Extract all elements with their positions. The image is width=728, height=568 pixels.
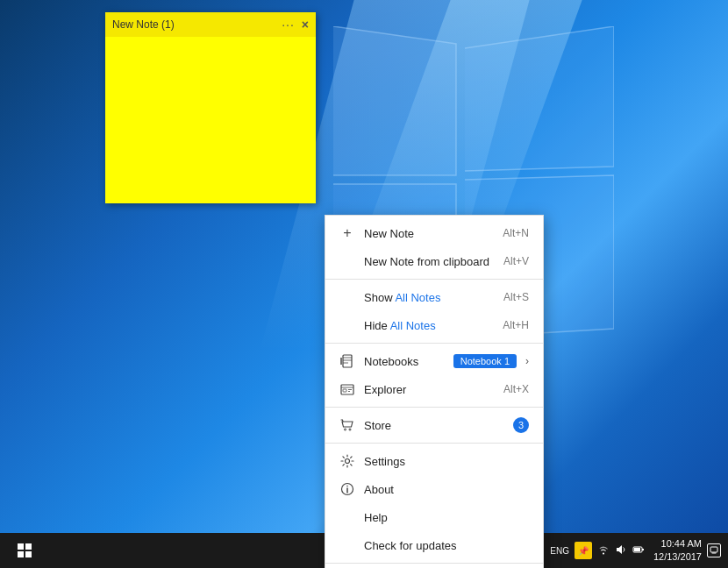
sticky-note: New Note (1) ··· × (105, 12, 316, 203)
menu-item-explorer-shortcut: Alt+X (503, 383, 529, 395)
notebooks-arrow-icon: › (525, 355, 529, 367)
updates-spacer-icon (339, 537, 355, 553)
clipboard-spacer-icon (339, 253, 355, 269)
menu-item-new-note[interactable]: + New Note Alt+N (325, 219, 543, 247)
sticky-menu-button[interactable]: ··· (282, 18, 295, 32)
menu-item-store[interactable]: Store 3 (325, 411, 543, 439)
start-button[interactable] (7, 533, 42, 568)
system-tray: ∧ ENG 📌 (537, 537, 721, 564)
settings-icon (339, 453, 355, 469)
menu-item-about-label: About (364, 483, 529, 496)
clock-date: 12/13/2017 (653, 550, 702, 564)
menu-item-new-note-label: New Note (364, 227, 494, 240)
menu-item-hide-all[interactable]: Hide All Notes Alt+H (325, 311, 543, 339)
battery-icon[interactable] (632, 543, 645, 558)
menu-item-new-note-clipboard[interactable]: New Note from clipboard Alt+V (325, 247, 543, 275)
sticky-tray-label: 📌 (578, 546, 589, 556)
sticky-note-title: New Note (1) (112, 18, 175, 31)
help-spacer-icon (339, 509, 355, 525)
divider-5 (325, 563, 543, 564)
menu-item-explorer-label: Explorer (364, 383, 495, 396)
menu-item-about[interactable]: About (325, 475, 543, 503)
divider-3 (325, 407, 543, 408)
svg-point-15 (346, 459, 350, 464)
menu-item-settings[interactable]: Settings (325, 447, 543, 475)
menu-item-notebooks-label: Notebooks (364, 355, 441, 368)
notebook-icon (339, 353, 355, 369)
svg-rect-20 (634, 548, 640, 551)
store-icon (339, 417, 355, 433)
context-menu: + New Note Alt+N New Note from clipboard… (325, 215, 544, 568)
menu-item-settings-label: Settings (364, 455, 529, 468)
menu-item-notebooks[interactable]: Notebooks Notebook 1 › (325, 347, 543, 375)
menu-item-check-updates[interactable]: Check for updates (325, 531, 543, 559)
menu-item-store-label: Store (364, 419, 501, 432)
system-clock[interactable]: 10:44 AM 12/13/2017 (653, 537, 702, 564)
svg-rect-22 (710, 547, 717, 552)
menu-item-explorer[interactable]: Explorer Alt+X (325, 375, 543, 403)
taskbar-right: ∧ ENG 📌 (530, 537, 728, 564)
sticky-close-button[interactable]: × (302, 18, 309, 32)
svg-point-13 (345, 429, 346, 430)
menu-item-new-note-shortcut: Alt+N (503, 227, 529, 239)
clock-time: 10:44 AM (653, 537, 702, 550)
volume-icon[interactable] (615, 543, 627, 558)
plus-icon: + (339, 225, 355, 241)
divider-1 (325, 279, 543, 280)
windows-start-icon (18, 543, 32, 557)
show-all-spacer-icon (339, 289, 355, 305)
svg-rect-4 (343, 355, 352, 367)
menu-item-help[interactable]: Help (325, 503, 543, 531)
tray-lang-icon[interactable]: ENG (550, 546, 569, 556)
taskbar-left (0, 533, 49, 568)
sticky-note-header: New Note (1) ··· × (105, 12, 316, 37)
sticky-note-controls: ··· × (282, 18, 309, 32)
sticky-note-body[interactable] (105, 37, 316, 203)
hide-all-spacer-icon (339, 317, 355, 333)
notebook-badge: Notebook 1 (453, 354, 517, 368)
svg-point-18 (346, 486, 348, 487)
menu-item-check-updates-label: Check for updates (364, 539, 529, 552)
divider-2 (325, 343, 543, 344)
wifi-icon[interactable] (597, 543, 610, 558)
svg-rect-21 (642, 549, 644, 550)
notification-center-icon[interactable] (707, 543, 721, 557)
store-badge: 3 (513, 417, 529, 433)
menu-item-show-all-label: Show All Notes (364, 291, 495, 304)
menu-item-clipboard-shortcut: Alt+V (503, 255, 529, 267)
menu-item-show-all-shortcut: Alt+S (503, 291, 529, 303)
menu-item-hide-all-label: Hide All Notes (364, 319, 494, 332)
menu-item-help-label: Help (364, 511, 529, 524)
info-icon (339, 481, 355, 497)
sticky-notes-tray-icon[interactable]: 📌 (575, 542, 592, 559)
svg-rect-10 (343, 389, 346, 392)
explorer-icon (339, 381, 355, 397)
svg-point-14 (349, 429, 351, 430)
menu-item-clipboard-label: New Note from clipboard (364, 255, 495, 268)
menu-item-hide-all-shortcut: Alt+H (503, 319, 529, 331)
divider-4 (325, 443, 543, 444)
menu-item-show-all[interactable]: Show All Notes Alt+S (325, 283, 543, 311)
